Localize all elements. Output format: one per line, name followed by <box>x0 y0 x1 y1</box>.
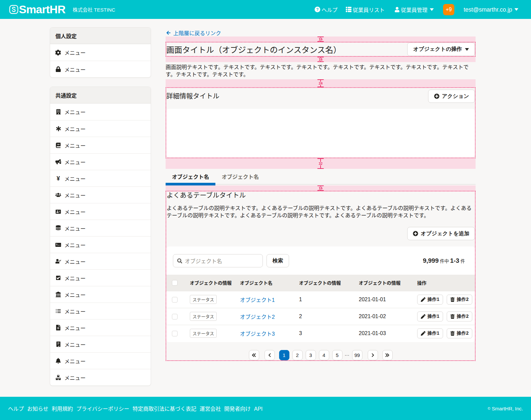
svg-text:?: ? <box>316 7 319 12</box>
